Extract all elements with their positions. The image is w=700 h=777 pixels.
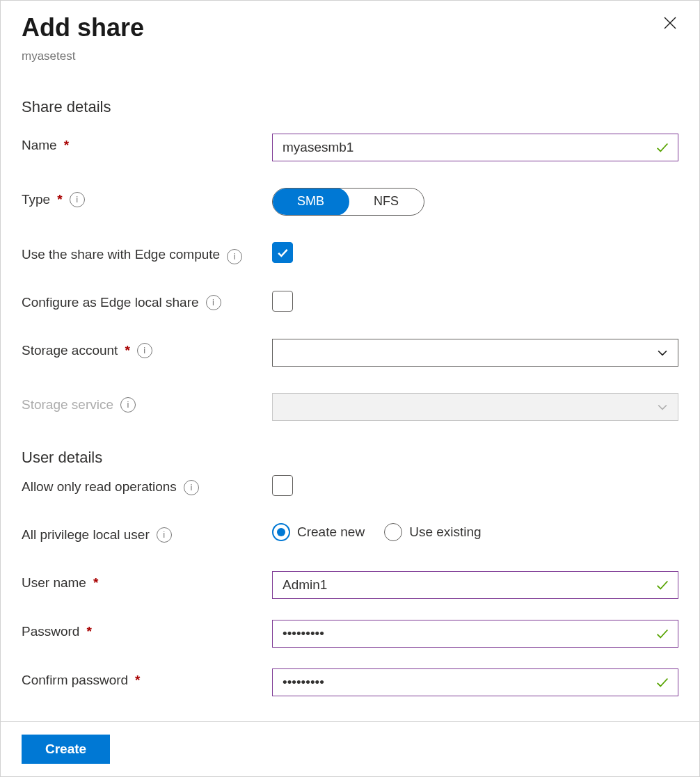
radio-create-new[interactable]: Create new	[272, 523, 365, 542]
storage-account-dropdown[interactable]	[272, 339, 678, 367]
password-label: Password	[22, 623, 79, 641]
storage-service-label: Storage service	[22, 396, 113, 415]
info-icon[interactable]: i	[206, 295, 221, 310]
user-name-label: User name	[22, 574, 86, 593]
chevron-down-icon	[655, 400, 669, 414]
share-details-heading: Share details	[22, 97, 678, 118]
valid-check-icon	[655, 675, 670, 690]
user-name-input[interactable]	[272, 571, 678, 599]
user-details-heading: User details	[22, 447, 678, 469]
create-button[interactable]: Create	[22, 735, 110, 764]
storage-account-label: Storage account	[22, 342, 118, 360]
name-label: Name	[22, 136, 57, 155]
radio-create-new-label: Create new	[297, 523, 365, 542]
panel-footer: Create	[1, 721, 699, 776]
edge-local-label: Configure as Edge local share	[22, 294, 199, 312]
edge-compute-label: Use the share with Edge compute	[22, 246, 220, 264]
info-icon[interactable]: i	[137, 343, 152, 358]
required-indicator: *	[86, 623, 91, 641]
type-option-smb[interactable]: SMB	[272, 188, 349, 216]
priv-user-radio-group: Create new Use existing	[272, 523, 482, 542]
valid-check-icon	[655, 626, 670, 641]
required-indicator: *	[135, 671, 140, 690]
close-button[interactable]	[662, 15, 678, 31]
name-input[interactable]	[272, 134, 678, 161]
required-indicator: *	[93, 574, 98, 593]
edge-compute-checkbox[interactable]	[272, 242, 293, 263]
name-field-wrapper	[272, 134, 678, 161]
valid-check-icon	[655, 140, 670, 155]
info-icon[interactable]: i	[157, 527, 172, 543]
page-title: Add share	[22, 10, 144, 45]
info-icon[interactable]: i	[70, 192, 85, 207]
checkmark-icon	[276, 246, 289, 259]
confirm-password-input[interactable]	[272, 668, 678, 696]
read-only-label: Allow only read operations	[22, 478, 177, 497]
confirm-password-label: Confirm password	[22, 671, 128, 690]
info-icon[interactable]: i	[227, 249, 242, 264]
close-icon	[662, 15, 678, 31]
panel-body: Add share myasetest Share details Name *	[1, 1, 699, 721]
priv-user-label: All privilege local user	[22, 526, 150, 545]
info-icon[interactable]: i	[120, 397, 136, 412]
type-segmented-control: SMB NFS	[272, 188, 424, 216]
page-subtitle: myasetest	[22, 48, 144, 65]
storage-service-dropdown	[272, 393, 678, 421]
edge-local-checkbox[interactable]	[272, 291, 293, 312]
type-option-nfs[interactable]: NFS	[349, 189, 424, 215]
read-only-checkbox[interactable]	[272, 475, 293, 496]
panel-header: Add share myasetest	[22, 10, 678, 97]
required-indicator: *	[64, 136, 69, 155]
required-indicator: *	[125, 342, 129, 360]
chevron-down-icon	[655, 346, 669, 360]
required-indicator: *	[57, 191, 62, 209]
add-share-panel: Add share myasetest Share details Name *	[0, 0, 700, 777]
radio-use-existing[interactable]: Use existing	[384, 523, 482, 542]
radio-dot-icon	[272, 523, 290, 541]
type-label: Type	[22, 191, 50, 209]
radio-use-existing-label: Use existing	[409, 523, 482, 542]
info-icon[interactable]: i	[184, 480, 199, 495]
valid-check-icon	[655, 577, 670, 593]
password-input[interactable]	[272, 620, 678, 648]
radio-dot-icon	[384, 523, 402, 541]
